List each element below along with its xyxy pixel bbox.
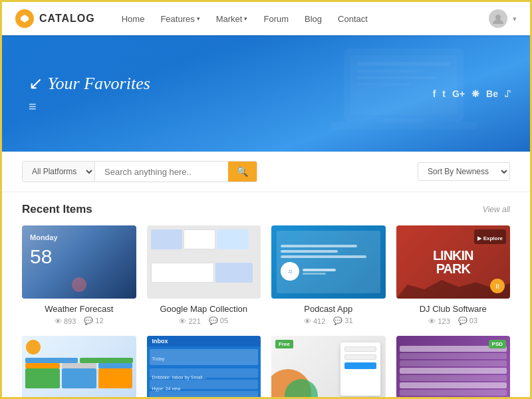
podcast-avatar: ♫ (281, 262, 299, 281)
item-card-login[interactable]: Free Login Box (Custom) (271, 336, 386, 399)
item-name-dj: DJ Club Software (396, 304, 511, 314)
psd-menu-item-6 (400, 382, 507, 388)
mail-date: Today (150, 349, 259, 365)
recent-section-header: Recent Items View all (22, 203, 510, 216)
comments-podcast: 💬 31 (333, 317, 352, 325)
user-dropdown-caret[interactable]: ▾ (513, 15, 517, 23)
psd-menu-item-3 (400, 360, 507, 366)
social-behance[interactable]: Be (486, 88, 498, 99)
item-stats-map: 👁 221 💬 05 (147, 317, 261, 325)
profile-avatar (26, 340, 41, 354)
dj-text: LINKINPARK (433, 249, 473, 275)
nav-home[interactable]: Home (115, 10, 152, 28)
logo-icon (15, 9, 34, 28)
nav-forum[interactable]: Forum (257, 10, 295, 28)
nav-blog[interactable]: Blog (298, 10, 329, 28)
hero-section: ↙ Your Favorites ≡ f t G+ ❋ Be ⑀ (2, 35, 530, 152)
views-weather: 👁 893 (55, 317, 76, 325)
search-section: All Platforms 🔍 Sort By Newness Sort By … (2, 152, 530, 192)
logo-area[interactable]: CATALOG (15, 9, 95, 28)
comments-map: 💬 05 (209, 317, 228, 325)
profile-block-8 (98, 368, 133, 388)
mail-list: Today Dribbble: Inbox by Small... Hype: … (147, 346, 261, 399)
map-mini-1 (151, 229, 183, 249)
mail-item-1-text: Dribbble: Inbox by Small... (152, 375, 207, 380)
nav-right: ▾ (489, 9, 517, 28)
social-facebook[interactable]: f (433, 88, 436, 99)
profile-block-4 (62, 363, 96, 368)
podcast-bar-1 (281, 245, 357, 247)
svg-rect-7 (357, 70, 424, 72)
profile-rows (25, 358, 133, 388)
svg-rect-5 (384, 118, 424, 124)
profile-block-2 (80, 358, 132, 363)
psd-menu-item-4 (400, 368, 507, 374)
dj-play-btn: ⏸ (490, 279, 505, 293)
podcast-bar-3 (281, 255, 366, 258)
mail-item-3: Beaker: 24 new (150, 391, 259, 399)
psd-menu-item-7 (400, 390, 507, 396)
item-card-mail[interactable]: Inbox Today Dribbble: Inbox by Small... … (147, 336, 261, 399)
profile-block-6 (25, 368, 60, 388)
thumb-map (147, 225, 261, 299)
search-bar: All Platforms 🔍 (22, 161, 257, 182)
profile-block-5 (98, 363, 133, 368)
search-input[interactable] (95, 162, 228, 182)
hero-menu-icon[interactable]: ≡ (29, 99, 37, 114)
platform-select[interactable]: All Platforms (23, 162, 95, 182)
item-name-podcast: Podcast App (271, 304, 386, 314)
svg-point-1 (495, 15, 501, 20)
mail-header: Inbox (147, 336, 261, 346)
search-button[interactable]: 🔍 (228, 162, 257, 182)
social-twitter[interactable]: t (442, 88, 446, 99)
item-card-dj[interactable]: LINKINPARK ▶ Explore ⏸ DJ Club Software … (396, 225, 511, 325)
item-stats-dj: 👁 123 💬 03 (396, 317, 511, 325)
dj-badge: ▶ Explore (474, 229, 506, 244)
dj-play-icon: ⏸ (490, 279, 505, 293)
views-map: 👁 221 (179, 317, 200, 325)
thumb-psd: PSD (396, 336, 511, 399)
mail-item-1: Dribbble: Inbox by Small... (150, 368, 259, 378)
item-card-psd[interactable]: PSD Profile Application (396, 336, 511, 399)
nav-contact[interactable]: Contact (331, 10, 374, 28)
nav-features[interactable]: Features ▾ (154, 10, 206, 28)
item-card-weather[interactable]: Weather Forecast 👁 893 💬 12 (22, 225, 136, 325)
social-pinterest[interactable]: ⑀ (505, 88, 510, 99)
item-card-profile[interactable]: User Profile App (22, 336, 136, 399)
logo-text: CATALOG (39, 13, 95, 25)
psd-menu-item-5 (400, 375, 507, 381)
login-card (340, 342, 380, 396)
item-name-map: Google Map Collection (147, 304, 261, 314)
view-all-link[interactable]: View all (483, 205, 510, 214)
podcast-inner: ♫ (277, 231, 380, 293)
login-field-1 (344, 346, 376, 352)
play-symbol: ⏸ (494, 283, 501, 290)
mail-date-text: Today (152, 356, 165, 361)
main-content: Recent Items View all Weather Forecast 👁… (2, 192, 530, 399)
thumb-weather (22, 225, 136, 299)
item-card-map[interactable]: Google Map Collection 👁 221 💬 05 (147, 225, 261, 325)
psd-badge: PSD (489, 340, 506, 348)
dj-badge-text: ▶ Explore (477, 235, 503, 241)
item-card-podcast[interactable]: ♫ Podcast App 👁 412 💬 31 (271, 225, 386, 325)
recent-items-grid: Weather Forecast 👁 893 💬 12 Google Map C… (22, 225, 510, 325)
psd-menu-item-2 (400, 353, 507, 359)
map-mini-2 (184, 229, 215, 249)
hero-content: ↙ Your Favorites ≡ (29, 73, 150, 114)
avatar[interactable] (489, 9, 507, 28)
map-mini-4 (151, 263, 215, 283)
features-caret: ▾ (197, 15, 200, 22)
social-googleplus[interactable]: G+ (452, 88, 465, 99)
thumb-podcast: ♫ (271, 225, 386, 299)
item-stats-weather: 👁 893 💬 12 (22, 317, 136, 325)
profile-block-7 (62, 368, 96, 388)
login-field-2 (344, 354, 376, 360)
mail-item-2: Hype: 24 new (150, 380, 259, 389)
podcast-title-bar (303, 269, 336, 271)
map-mini-3 (217, 229, 249, 249)
social-dribbble[interactable]: ❋ (471, 88, 479, 99)
sort-select[interactable]: Sort By Newness Sort By Popularity Sort … (418, 162, 510, 181)
views-dj: 👁 123 (428, 317, 450, 325)
nav-market[interactable]: Market ▾ (209, 10, 255, 28)
thumb-dj: LINKINPARK ▶ Explore ⏸ (396, 225, 511, 299)
